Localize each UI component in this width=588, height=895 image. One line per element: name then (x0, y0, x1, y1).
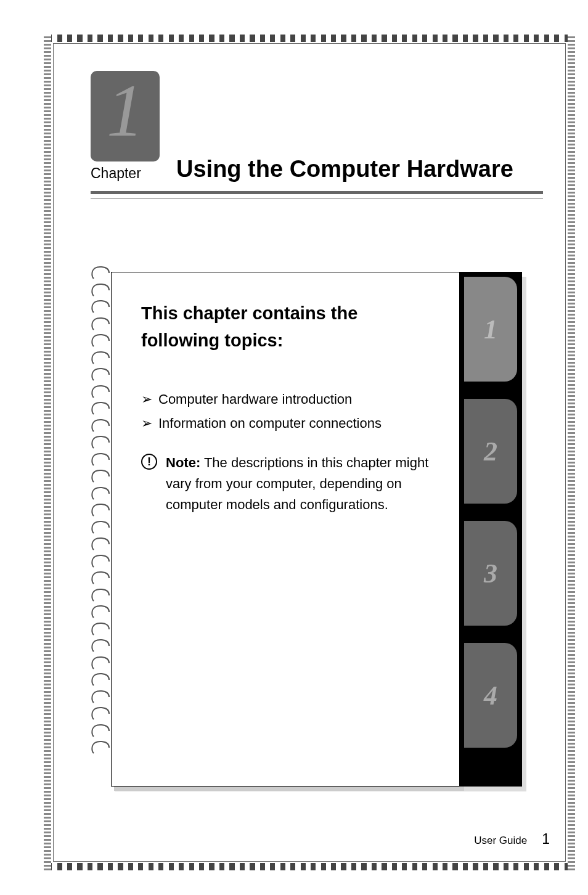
tab-number: 1 (484, 314, 497, 345)
spiral-ring-icon (91, 570, 112, 586)
tab-number: 2 (484, 436, 497, 467)
spiral-ring-icon (91, 621, 112, 637)
tab-number: 3 (484, 558, 497, 589)
tab-strip: 1 2 3 4 (459, 272, 522, 787)
spiral-ring-icon (91, 435, 112, 451)
note-body: The descriptions in this chapter might v… (166, 455, 428, 512)
spiral-ring-icon (91, 604, 112, 620)
footer: User Guide 1 (474, 831, 550, 848)
spiral-ring-icon (91, 468, 112, 484)
footer-label: User Guide (474, 835, 527, 847)
tab-2[interactable]: 2 (464, 399, 517, 504)
spiral-ring-icon (91, 401, 112, 417)
spiral-ring-icon (91, 638, 112, 654)
spiral-ring-icon (91, 350, 112, 366)
spiral-ring-icon (91, 316, 112, 332)
title-underline-thin (91, 198, 543, 198)
spiral-ring-icon (91, 655, 112, 671)
spiral-ring-icon (91, 282, 112, 298)
spiral-ring-icon (91, 520, 112, 536)
spiral-ring-icon (91, 265, 112, 281)
chapter-label: Chapter (91, 165, 141, 182)
spiral-ring-icon (91, 502, 112, 518)
note-text: Note: The descriptions in this chapter m… (166, 452, 435, 515)
chapter-number: 1 (107, 80, 144, 142)
spiral-ring-icon (91, 554, 112, 570)
content-box: This chapter contains the following topi… (111, 272, 459, 787)
title-underline-thick (91, 191, 543, 194)
spiral-ring-icon (91, 740, 112, 756)
spiral-ring-icon (91, 452, 112, 468)
footer-page-number: 1 (542, 831, 550, 848)
spiral-ring-icon (91, 367, 112, 383)
note-label: Note: (166, 455, 200, 470)
spiral-binding (91, 265, 109, 756)
spiral-ring-icon (91, 706, 112, 722)
chapter-badge: 1 (91, 71, 160, 161)
topic-item: Information on computer connections (141, 412, 435, 436)
tab-3[interactable]: 3 (464, 521, 517, 626)
note-block: ! Note: The descriptions in this chapter… (141, 452, 435, 515)
topic-list: Computer hardware introduction Informati… (141, 388, 435, 435)
spiral-ring-icon (91, 384, 112, 400)
content-heading: This chapter contains the following topi… (141, 300, 435, 354)
spiral-ring-icon (91, 299, 112, 315)
chapter-title: Using the Computer Hardware (176, 156, 513, 182)
tab-1[interactable]: 1 (464, 277, 517, 382)
topic-item: Computer hardware introduction (141, 388, 435, 412)
spiral-ring-icon (91, 333, 112, 349)
spiral-ring-icon (91, 672, 112, 688)
spiral-ring-icon (91, 418, 112, 434)
spiral-ring-icon (91, 689, 112, 705)
spiral-ring-icon (91, 486, 112, 502)
tab-4[interactable]: 4 (464, 643, 517, 748)
spiral-ring-icon (91, 723, 112, 739)
spiral-ring-icon (91, 536, 112, 552)
spiral-ring-icon (91, 587, 112, 603)
exclamation-icon: ! (141, 454, 157, 470)
tab-number: 4 (484, 680, 497, 711)
